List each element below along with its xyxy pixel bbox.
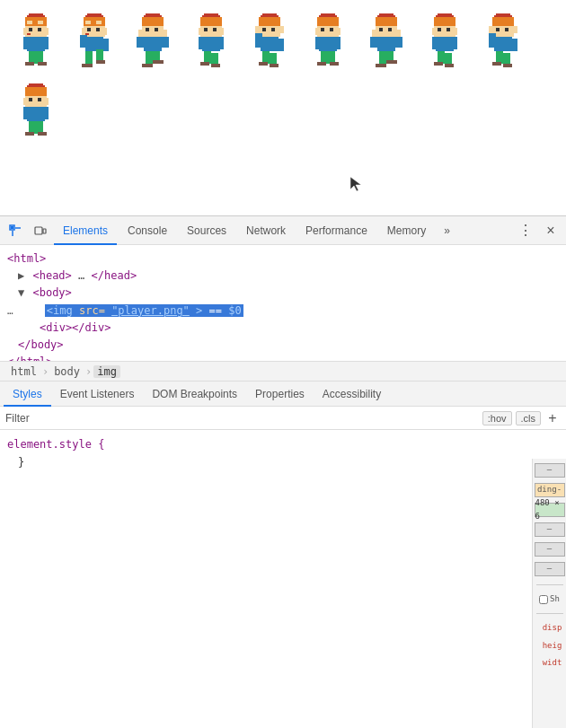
show-checkbox[interactable] [539,595,548,604]
cursor [350,177,361,191]
content-strip: 480 × 6 [535,503,565,517]
svg-rect-147 [29,98,32,101]
tab-performance[interactable]: Performance [296,216,376,245]
styles-tab-event-listeners[interactable]: Event Listeners [51,382,144,407]
svg-rect-21 [85,21,91,24]
breadcrumb: html › body › img [0,362,566,382]
svg-rect-24 [82,28,85,35]
tab-elements[interactable]: Elements [54,216,117,245]
svg-rect-58 [213,28,217,31]
svg-rect-150 [23,107,31,119]
cls-button[interactable]: .cls [516,411,542,425]
svg-rect-27 [96,28,100,31]
svg-rect-161 [35,227,42,234]
svg-rect-100 [372,30,377,37]
dom-line-img[interactable]: … <img src= "player.png" > == $0 [7,303,559,320]
show-checkbox-label[interactable]: Sh [539,592,560,606]
sprite-10 [7,77,66,147]
svg-rect-103 [388,28,392,31]
strip-6: – [535,562,565,576]
svg-rect-155 [38,132,47,136]
svg-rect-72 [262,28,266,31]
svg-rect-101 [395,30,401,37]
styles-tab-properties[interactable]: Properties [246,382,314,407]
right-panel-divider-2 [536,613,563,614]
svg-rect-76 [277,39,284,51]
devtools-close-button[interactable]: × [539,219,562,242]
sprite-4 [182,7,241,77]
svg-rect-94 [317,62,326,66]
tab-memory[interactable]: Memory [378,216,435,245]
svg-rect-118 [447,28,450,31]
svg-rect-5 [25,26,47,37]
svg-rect-114 [434,26,455,37]
svg-rect-42 [146,28,149,31]
dom-expand-body[interactable]: ▼ [18,286,24,299]
sprite-3 [124,7,182,77]
svg-rect-12 [23,37,31,49]
svg-rect-64 [200,62,209,66]
add-style-button[interactable]: + [544,410,561,426]
margin-strip: – [535,463,565,478]
svg-rect-148 [38,98,41,101]
tab-sources[interactable]: Sources [178,216,235,245]
svg-rect-151 [41,107,49,119]
svg-rect-122 [438,51,445,64]
devtools-settings-button[interactable]: ⋮ [514,219,537,242]
svg-rect-130 [489,26,494,33]
svg-rect-33 [96,49,103,62]
svg-rect-115 [432,28,436,35]
svg-rect-60 [199,37,206,49]
tab-console[interactable]: Console [119,216,176,245]
sprite-7 [358,7,416,77]
tabs-overflow[interactable]: » [437,216,457,245]
padding-strip: ding- [535,483,565,497]
svg-rect-10 [27,33,31,35]
css-rule-close: } [7,453,559,471]
svg-rect-62 [204,51,211,64]
dom-panel: <html> ▶ <head> … </head> ▼ <body> … <im… [0,245,566,362]
breadcrumb-html[interactable]: html [7,365,40,378]
right-panel-divider [536,584,563,585]
svg-rect-7 [45,28,49,35]
dom-line-body[interactable]: ▼ <body> [7,285,559,302]
svg-rect-132 [496,28,500,31]
dom-line-head[interactable]: ▶ <head> … </head> [7,268,559,285]
svg-rect-38 [142,17,164,26]
svg-rect-135 [489,33,496,48]
svg-rect-77 [262,51,270,64]
filter-label: Filter [5,412,30,425]
breadcrumb-body[interactable]: body [50,365,84,378]
svg-rect-120 [432,37,439,49]
svg-rect-57 [204,28,208,31]
svg-rect-128 [492,17,514,26]
css-prop-widt: widt [535,656,564,670]
svg-rect-121 [450,37,457,49]
styles-tab-styles[interactable]: Styles [4,382,51,407]
styles-editor: element.style { } – ding- 480 × 6 – – – [0,430,566,728]
breadcrumb-img[interactable]: img [93,365,120,378]
styles-tab-dom-breakpoints[interactable]: DOM Breakpoints [143,382,246,407]
svg-rect-32 [85,51,93,66]
styles-tab-accessibility[interactable]: Accessibility [314,382,390,407]
svg-rect-79 [259,62,268,66]
svg-marker-156 [350,177,361,191]
dom-line-div[interactable]: <div></div> [7,320,559,337]
svg-rect-44 [144,37,162,51]
svg-rect-61 [217,37,224,49]
dom-expand-head[interactable]: ▶ [18,269,24,282]
tab-network[interactable]: Network [237,216,295,245]
svg-rect-113 [434,17,455,26]
svg-rect-70 [255,26,261,33]
svg-rect-138 [503,53,510,66]
element-picker-button[interactable] [4,219,27,242]
sprite-6 [299,7,358,77]
svg-rect-34 [82,64,93,67]
svg-rect-88 [330,28,333,31]
svg-rect-49 [142,64,153,67]
devtools-panel: Elements Console Sources Network Perform… [0,215,566,728]
svg-rect-47 [146,51,153,66]
hov-button[interactable]: :hov [482,411,512,425]
device-toggle-button[interactable] [29,219,52,242]
css-prop-disp: disp [535,621,564,635]
